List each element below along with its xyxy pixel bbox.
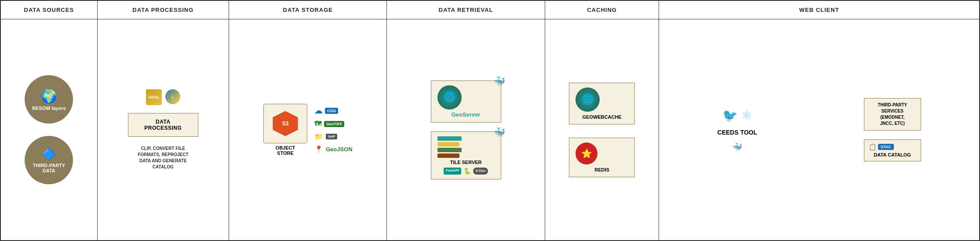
third-party-label: THIRD-PARTYSERVICES(EMODNET,JNCC, ETC): [878, 102, 907, 126]
col-body-webclient: 🐦 ⚛ CEEDS TOOL 🐳 THIRD-PARTYSERVICES(EMO…: [659, 19, 979, 240]
shp-icon: 📁: [314, 132, 323, 141]
processing-box-label: DATAPROCESSING: [144, 119, 182, 131]
resow-icon: 🌍: [41, 88, 57, 104]
fastapi-badge: FastAPI: [444, 168, 461, 175]
object-store-group: S3 OBJECTSTORE ☁ COG 🗺 GeoTIFF �: [263, 104, 353, 156]
tile-layers: [437, 136, 495, 158]
ceeds-label-text: CEEDS TOOL: [718, 129, 758, 136]
shp-badge: SHP: [326, 134, 337, 139]
col-web-client: WEB CLIENT 🐦 ⚛ CEEDS TOOL 🐳: [659, 1, 979, 240]
ceeds-tool-area: 🐦 ⚛ CEEDS TOOL 🐳: [718, 108, 758, 152]
tile-layer-4: [437, 153, 459, 158]
third-party-box: THIRD-PARTYSERVICES(EMODNET,JNCC, ETC): [864, 98, 921, 131]
col-caching: CACHING 🌐 GEOWEBCACHE ⭐ REDIS: [545, 1, 659, 240]
tile-layer-1: [437, 136, 462, 141]
geotiff-icon: 🗺: [314, 120, 321, 128]
processing-caption: CLIP, CONVERT FILEFORMATS, REPROJECTDATA…: [138, 146, 188, 170]
col-body-retrieval: 🐳 🌐 GeoServer 🐳 TILE SERVER FastA: [387, 19, 544, 240]
gdal-icon: GDAL: [146, 89, 162, 105]
redis-icon: ⭐: [576, 142, 597, 164]
shp-format: 📁 SHP: [314, 132, 337, 141]
ceeds-icons: 🐦 ⚛: [722, 108, 752, 123]
bird-icon: 🐦: [722, 108, 738, 123]
docker-icon-ceeds: 🐳: [732, 142, 742, 152]
cloud-icon: ☁: [314, 106, 322, 116]
geoserver-box: 🐳 🌐 GeoServer: [431, 80, 501, 123]
ceeds-tool-label: CEEDS TOOL: [718, 129, 758, 136]
cog-badge: COG: [325, 108, 339, 114]
thirdparty-label: THIRD-PARTY DATA: [25, 163, 73, 173]
resow-node: 🌍 RESOW layers: [25, 75, 73, 124]
tile-layer-3: [437, 148, 462, 152]
stac-row: 📋 STAC: [869, 143, 916, 150]
object-store-label: OBJECTSTORE: [276, 145, 295, 156]
react-icon: ⚛: [741, 108, 752, 123]
thirdparty-icon: 🔷: [42, 147, 56, 161]
cylinder-body: S3: [263, 104, 307, 143]
docker-badge-geoserver: 🐳: [493, 76, 505, 87]
data-catalog-label: DATA CATALOG: [869, 152, 916, 157]
redis-box: ⭐ REDIS: [569, 138, 635, 177]
caching-items: 🌐 GEOWEBCACHE ⭐ REDIS: [569, 83, 635, 177]
col-body-sources: 🌍 RESOW layers 🔷 THIRD-PARTY DATA: [1, 19, 97, 240]
docker-badge-tileserver: 🐳: [493, 127, 505, 138]
cog-format: ☁ COG: [314, 106, 339, 116]
col-data-storage: DATA STORAGE S3 OBJECTSTORE ☁: [229, 1, 387, 240]
processing-icons: GDAL 🐍: [146, 89, 180, 105]
tile-server-label: TILE SERVER: [437, 160, 495, 165]
geojson-format: 📍 GeoJSON: [314, 145, 353, 153]
storage-formats: ☁ COG 🗺 GeoTIFF 📁 SHP 📍 GeoJSON: [314, 106, 353, 153]
geojson-badge: GeoJSON: [326, 146, 353, 153]
geoserver-label: GeoServer: [437, 111, 495, 118]
col-data-sources: DATA SOURCES 🌍 RESOW layers 🔷 THIRD-PART…: [1, 1, 98, 240]
geotiff-format: 🗺 GeoTIFF: [314, 120, 345, 128]
retrieval-items: 🐳 🌐 GeoServer 🐳 TILE SERVER FastA: [431, 80, 501, 179]
geowebcache-box: 🌐 GEOWEBCACHE: [569, 83, 635, 124]
python-icon: 🐍: [165, 89, 180, 104]
right-side-boxes: THIRD-PARTYSERVICES(EMODNET,JNCC, ETC) 📋…: [864, 98, 921, 161]
col-header-processing: DATA PROCESSING: [98, 1, 229, 19]
col-header-retrieval: DATA RETRIEVAL: [387, 1, 544, 19]
ceeds-docker-area: 🐳: [732, 142, 742, 152]
processing-box: DATAPROCESSING: [128, 113, 198, 137]
geowebcache-label: GEOWEBCACHE: [576, 114, 628, 120]
tile-badges: FastAPI 🐍 ⊙Tiler: [437, 168, 495, 175]
titiler-badge: ⊙Tiler: [473, 168, 488, 175]
s3-icon: S3: [272, 110, 299, 137]
geoserver-icon: 🌐: [437, 85, 462, 110]
location-icon: 📍: [314, 145, 323, 153]
object-store-box: S3 OBJECTSTORE: [263, 104, 307, 156]
col-header-caching: CACHING: [545, 1, 659, 19]
geowebcache-icon: 🌐: [576, 88, 600, 112]
col-header-sources: DATA SOURCES: [1, 1, 97, 19]
tile-layer-2: [437, 142, 459, 146]
architecture-diagram: DATA SOURCES 🌍 RESOW layers 🔷 THIRD-PART…: [0, 0, 980, 241]
col-body-storage: S3 OBJECTSTORE ☁ COG 🗺 GeoTIFF �: [229, 19, 386, 240]
col-body-caching: 🌐 GEOWEBCACHE ⭐ REDIS: [545, 19, 659, 240]
resow-label: RESOW layers: [29, 106, 68, 111]
thirdparty-node: 🔷 THIRD-PARTY DATA: [25, 136, 73, 184]
redis-label: REDIS: [576, 167, 628, 172]
col-body-processing: GDAL 🐍 DATAPROCESSING CLIP, CONVERT FILE…: [98, 19, 229, 240]
python-tile-icon: 🐍: [463, 168, 471, 175]
col-header-storage: DATA STORAGE: [229, 1, 386, 19]
sources-list: 🌍 RESOW layers 🔷 THIRD-PARTY DATA: [25, 75, 73, 184]
col-data-processing: DATA PROCESSING GDAL 🐍 DATAPROCESSING CL…: [98, 1, 229, 240]
stac-badge: STAC: [878, 144, 894, 150]
data-catalog-box: 📋 STAC DATA CATALOG: [864, 139, 921, 161]
svg-text:S3: S3: [282, 120, 289, 127]
geotiff-badge: GeoTIFF: [324, 121, 345, 127]
tile-server-box: 🐳 TILE SERVER FastAPI 🐍 ⊙Tiler: [431, 131, 501, 179]
col-header-webclient: WEB CLIENT: [659, 1, 979, 19]
col-data-retrieval: DATA RETRIEVAL 🐳 🌐 GeoServer 🐳: [387, 1, 545, 240]
webclient-layout: 🐦 ⚛ CEEDS TOOL 🐳 THIRD-PARTYSERVICES(EMO…: [662, 24, 976, 236]
stac-icon: 📋: [869, 143, 876, 150]
